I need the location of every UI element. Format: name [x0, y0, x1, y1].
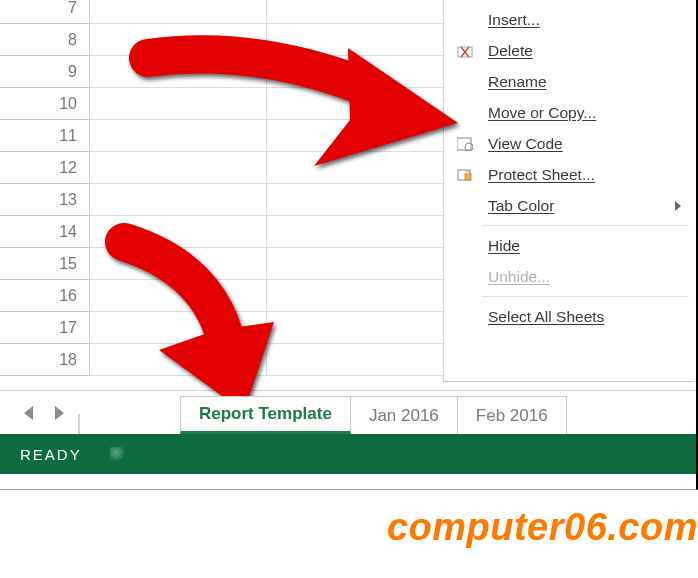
- row-header[interactable]: 7: [0, 0, 90, 24]
- status-bar: READY: [0, 434, 698, 474]
- row-header[interactable]: 13: [0, 184, 90, 216]
- tab-next-icon[interactable]: [55, 406, 64, 420]
- menu-view-code[interactable]: View Code: [444, 128, 695, 159]
- row-header[interactable]: 18: [0, 344, 90, 376]
- cell[interactable]: [90, 280, 267, 312]
- row-header[interactable]: 16: [0, 280, 90, 312]
- sheet-tab-active[interactable]: Report Template: [180, 396, 351, 434]
- sheet-context-menu: Insert... Delete Rename Move or Copy... …: [443, 0, 695, 382]
- menu-insert[interactable]: Insert...: [444, 4, 695, 35]
- sheet-tab[interactable]: Jan 2016: [350, 396, 458, 434]
- menu-rename[interactable]: Rename: [444, 66, 695, 97]
- cell[interactable]: [90, 216, 267, 248]
- cell[interactable]: [267, 248, 444, 280]
- excel-window: 7 8 9 10 11 12 13 14 15 16 17 18 Insert.…: [0, 0, 698, 490]
- menu-separator: [482, 225, 689, 226]
- cell[interactable]: [267, 280, 444, 312]
- sheet-tab[interactable]: Feb 2016: [457, 396, 567, 434]
- cell[interactable]: [90, 56, 267, 88]
- view-code-icon: [456, 136, 474, 152]
- menu-separator: [482, 296, 689, 297]
- row-header[interactable]: 9: [0, 56, 90, 88]
- svg-rect-3: [457, 138, 471, 150]
- menu-select-all-sheets[interactable]: Select All Sheets: [444, 301, 695, 332]
- cell[interactable]: [267, 184, 444, 216]
- cell[interactable]: [267, 312, 444, 344]
- cell[interactable]: [267, 216, 444, 248]
- row-header[interactable]: 10: [0, 88, 90, 120]
- cell[interactable]: [267, 24, 444, 56]
- tab-nav[interactable]: [0, 392, 78, 434]
- cell[interactable]: [267, 88, 444, 120]
- cell[interactable]: [90, 24, 267, 56]
- cell[interactable]: [90, 344, 267, 376]
- cell[interactable]: [267, 120, 444, 152]
- row-header[interactable]: 11: [0, 120, 90, 152]
- cell[interactable]: [267, 56, 444, 88]
- row-header[interactable]: 14: [0, 216, 90, 248]
- cell[interactable]: [267, 152, 444, 184]
- row-header[interactable]: 12: [0, 152, 90, 184]
- cell[interactable]: [90, 88, 267, 120]
- cell[interactable]: [90, 0, 267, 24]
- svg-rect-6: [465, 174, 471, 180]
- cell[interactable]: [267, 0, 444, 24]
- menu-unhide: Unhide...: [444, 261, 695, 292]
- tab-prev-icon[interactable]: [24, 406, 33, 420]
- watermark-text: computer06.com: [387, 506, 698, 549]
- menu-tab-color[interactable]: Tab Color: [444, 190, 695, 221]
- row-header[interactable]: 15: [0, 248, 90, 280]
- cell[interactable]: [90, 248, 267, 280]
- menu-delete[interactable]: Delete: [444, 35, 695, 66]
- status-ready: READY: [20, 446, 82, 463]
- cell[interactable]: [90, 152, 267, 184]
- delete-icon: [456, 43, 474, 59]
- menu-move-or-copy[interactable]: Move or Copy...: [444, 97, 695, 128]
- sheet-tab-bar: Report Template Jan 2016 Feb 2016: [0, 390, 698, 434]
- cell[interactable]: [90, 120, 267, 152]
- cell[interactable]: [267, 344, 444, 376]
- row-header[interactable]: 17: [0, 312, 90, 344]
- spreadsheet-grid[interactable]: 7 8 9 10 11 12 13 14 15 16 17 18: [0, 0, 444, 392]
- menu-protect-sheet[interactable]: Protect Sheet...: [444, 159, 695, 190]
- row-header[interactable]: 8: [0, 24, 90, 56]
- menu-hide[interactable]: Hide: [444, 230, 695, 261]
- macro-record-icon[interactable]: [110, 447, 130, 461]
- submenu-caret-icon: [675, 201, 681, 211]
- cell[interactable]: [90, 184, 267, 216]
- cell[interactable]: [90, 312, 267, 344]
- protect-sheet-icon: [456, 167, 474, 183]
